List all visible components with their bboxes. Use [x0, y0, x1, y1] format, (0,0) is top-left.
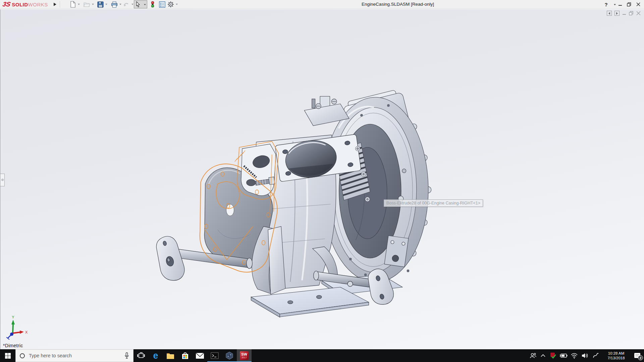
store-button[interactable] — [178, 349, 193, 362]
select-tool-dropdown[interactable] — [144, 4, 146, 5]
options-gear-icon — [167, 1, 174, 8]
chevron-up-icon — [540, 354, 546, 357]
left-arrow-icon — [608, 12, 610, 15]
menu-flyout-arrow[interactable] — [54, 3, 56, 6]
task-view-button[interactable] — [133, 349, 148, 362]
open-document-dropdown[interactable] — [92, 4, 94, 5]
mail-button[interactable] — [193, 349, 207, 362]
options-button[interactable] — [167, 1, 174, 8]
save-floppy-icon — [97, 1, 104, 8]
save-dropdown[interactable] — [105, 4, 107, 5]
printer-icon — [111, 1, 118, 8]
file-explorer-icon — [166, 352, 174, 359]
volume-tray-button[interactable] — [580, 349, 590, 362]
system-tray: 10:28 AM 7/13/2018 2 — [528, 349, 644, 362]
task-view-icon — [137, 352, 145, 359]
close-button[interactable] — [634, 0, 643, 9]
doc-restore-button[interactable] — [629, 11, 634, 15]
solidworks-update-tray-button[interactable] — [548, 349, 558, 362]
sw-icon-year: 2017 — [241, 356, 247, 359]
evaluate-button[interactable] — [158, 1, 166, 8]
graphics-area[interactable]: Boss-Extrude28 of 00G-Engine Casing-RIGH… — [0, 9, 644, 349]
panel-tab-dot-icon — [1, 179, 4, 181]
save-button[interactable] — [97, 1, 104, 8]
people-icon — [530, 352, 536, 359]
solidworks-taskbar-button[interactable]: SW 2017 — [237, 349, 252, 362]
undo-arrow-icon — [123, 1, 130, 7]
doc-minimize-button[interactable] — [622, 11, 626, 15]
print-dropdown[interactable] — [119, 4, 121, 5]
brand-works-text: WORKS — [28, 2, 48, 7]
edge-button[interactable]: e — [148, 349, 163, 362]
print-button[interactable] — [111, 1, 118, 8]
battery-tray-button[interactable] — [558, 349, 569, 362]
tray-date: 7/13/2018 — [607, 356, 625, 360]
composer-button[interactable] — [222, 349, 237, 362]
network-tray-button[interactable] — [569, 349, 580, 362]
undo-dropdown[interactable] — [131, 4, 133, 5]
store-icon — [181, 352, 189, 360]
solidworks-2017-icon: SW 2017 — [240, 351, 249, 360]
minimize-icon — [618, 2, 622, 6]
help-button[interactable]: ? — [602, 0, 610, 9]
select-cursor-icon — [136, 1, 141, 7]
new-document-icon — [70, 1, 76, 8]
restore-icon — [627, 2, 631, 7]
open-document-button[interactable] — [83, 1, 91, 8]
solidworks-logo: 3S SOLIDWORKS — [3, 0, 48, 9]
mail-icon — [196, 353, 204, 359]
ds-logo-icon: 3S — [2, 1, 11, 8]
triad-y-label: Y — [12, 315, 14, 319]
command-prompt-icon — [211, 352, 219, 359]
tray-overflow-button[interactable] — [538, 349, 548, 362]
evaluate-list-icon — [159, 1, 165, 8]
title-bar: 3S SOLIDWORKS — [0, 0, 644, 9]
clock[interactable]: 10:28 AM 7/13/2018 — [602, 349, 631, 362]
taskbar-search[interactable] — [15, 349, 133, 362]
windows-logo-icon — [5, 353, 11, 359]
toolbar-separator — [60, 1, 60, 8]
tray-time: 10:28 AM — [607, 351, 625, 356]
previous-document-button[interactable] — [607, 11, 612, 16]
cortana-icon — [20, 353, 25, 358]
sw-check-icon — [550, 352, 556, 359]
new-document-button[interactable] — [69, 1, 76, 8]
select-tool-button[interactable] — [134, 0, 147, 8]
triad-x-label: X — [25, 330, 28, 334]
file-explorer-button[interactable] — [163, 349, 178, 362]
feature-panel-tab[interactable] — [0, 174, 5, 186]
document-window-controls — [607, 11, 641, 16]
start-button[interactable] — [0, 349, 15, 362]
view-orientation-label: *Dimetric — [3, 343, 23, 348]
engine-casing-model — [0, 9, 644, 349]
restore-button[interactable] — [625, 0, 633, 9]
search-input[interactable] — [29, 353, 124, 358]
next-document-button[interactable] — [614, 11, 620, 16]
notification-count-badge: 2 — [638, 355, 643, 360]
action-center-button[interactable]: 2 — [631, 349, 644, 362]
right-arrow-icon — [616, 12, 618, 15]
doc-close-button[interactable] — [636, 11, 641, 15]
windows-ink-button[interactable] — [590, 349, 602, 362]
composer-hexagon-icon — [225, 352, 233, 360]
brand-solid-text: SOLID — [12, 2, 28, 7]
speaker-icon — [582, 353, 588, 359]
edge-icon: e — [153, 352, 158, 360]
options-dropdown[interactable] — [176, 4, 178, 5]
wifi-icon — [571, 353, 578, 359]
microphone-icon[interactable] — [124, 352, 129, 359]
new-document-dropdown[interactable] — [78, 4, 80, 5]
traffic-light-icon — [151, 1, 155, 8]
view-settings-button[interactable] — [149, 1, 156, 8]
windows-taskbar: e — [0, 349, 644, 362]
hover-tooltip: Boss-Extrude28 of 00G-Engine Casing-RIGH… — [384, 199, 483, 207]
battery-icon — [559, 353, 568, 358]
pen-icon — [593, 352, 599, 359]
window-title: EngineCasing.SLDASM [Read-only] — [362, 0, 434, 9]
undo-button[interactable] — [123, 1, 130, 8]
minimize-button[interactable] — [616, 0, 625, 9]
sw-icon-letters: SW — [241, 353, 247, 356]
people-button[interactable] — [528, 349, 538, 362]
command-prompt-button[interactable] — [207, 349, 222, 362]
orientation-triad: Y X — [3, 315, 33, 345]
